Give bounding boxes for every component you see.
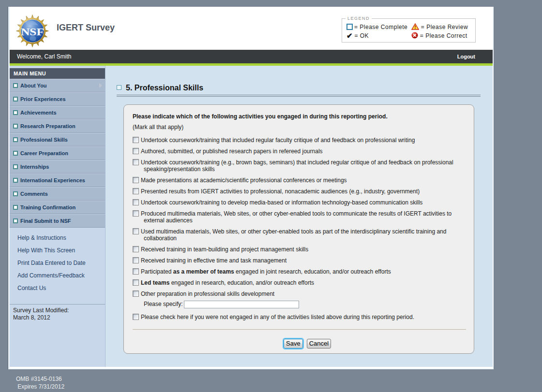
svg-text:NSF: NSF xyxy=(21,26,44,38)
